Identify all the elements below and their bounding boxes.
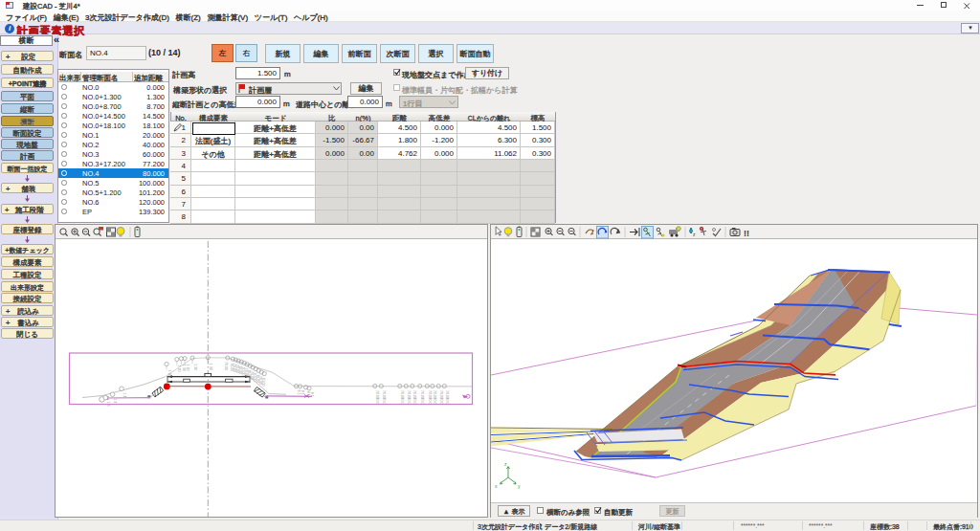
svg-text:x: x bbox=[495, 483, 498, 489]
svg-text:1 30: 1 30 bbox=[182, 365, 186, 371]
svg-text:70 0: 70 0 bbox=[445, 398, 449, 405]
svg-text:70.00: 70.00 bbox=[224, 362, 228, 370]
svg-text:1 3: 1 3 bbox=[113, 398, 117, 403]
svg-text:!!: !! bbox=[744, 229, 749, 238]
svg-text:8 1: 8 1 bbox=[297, 390, 301, 395]
svg-text:70 0: 70 0 bbox=[420, 398, 424, 405]
svg-text:1 3: 1 3 bbox=[106, 402, 110, 407]
svg-text:1 30: 1 30 bbox=[177, 365, 181, 372]
svg-text:y: y bbox=[518, 483, 521, 489]
svg-text:70 0: 70 0 bbox=[375, 398, 379, 405]
svg-text:70.00: 70.00 bbox=[261, 378, 265, 387]
svg-text:70 0: 70 0 bbox=[407, 398, 411, 405]
svg-text:1 30: 1 30 bbox=[167, 370, 171, 377]
svg-text:70 0: 70 0 bbox=[382, 398, 386, 405]
svg-text:70 0: 70 0 bbox=[428, 398, 432, 405]
svg-text:70 0: 70 0 bbox=[439, 398, 443, 405]
svg-text:1 30: 1 30 bbox=[186, 365, 189, 371]
svg-text:z: z bbox=[693, 232, 696, 237]
svg-text:70 0: 70 0 bbox=[433, 398, 436, 405]
svg-text:8 1: 8 1 bbox=[306, 391, 310, 396]
svg-text:8 1: 8 1 bbox=[301, 390, 304, 395]
svg-text:z: z bbox=[504, 461, 507, 467]
svg-text:70 0: 70 0 bbox=[400, 398, 404, 405]
svg-text:70 0: 70 0 bbox=[412, 398, 416, 405]
svg-text:1 30: 1 30 bbox=[193, 364, 197, 370]
svg-text:1 30: 1 30 bbox=[209, 364, 212, 370]
svg-text:8 1: 8 1 bbox=[310, 392, 314, 397]
svg-text:1 3: 1 3 bbox=[122, 392, 126, 397]
